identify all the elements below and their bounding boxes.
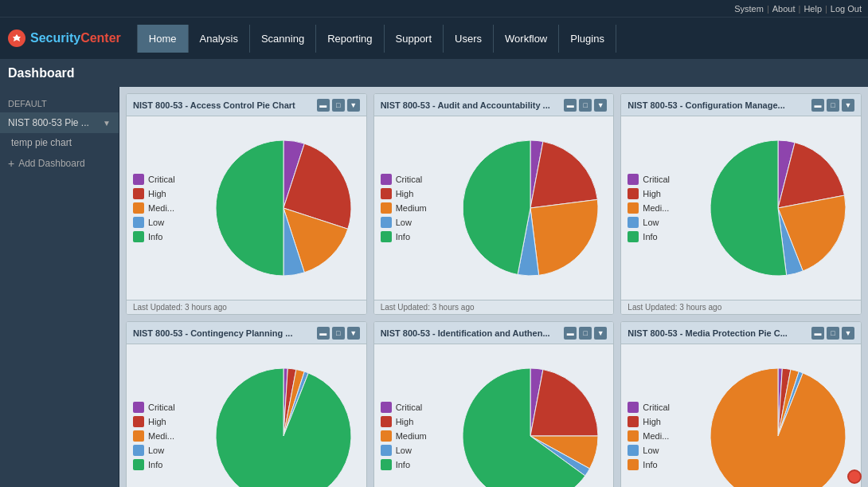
add-dashboard-button[interactable]: + Add Dashboard — [0, 152, 119, 175]
chart-menu-icon[interactable]: ▼ — [347, 99, 360, 112]
about-link[interactable]: About — [772, 4, 796, 14]
chart-title: NIST 800-53 - Configuration Manage... — [628, 100, 808, 110]
top-bar: System | About | Help | Log Out — [0, 0, 868, 18]
dashboard-grid: NIST 800-53 - Access Control Pie Chart ▬… — [126, 93, 862, 487]
chart-title: NIST 800-53 - Identification and Authen.… — [381, 328, 561, 338]
legend-color — [628, 416, 639, 427]
legend-label: Info — [148, 460, 162, 469]
legend-item: Low — [628, 217, 695, 228]
chart-canvas — [207, 136, 360, 280]
legend-label: Medium — [396, 431, 427, 441]
chart-card-1: NIST 800-53 - Audit and Accountability .… — [373, 93, 615, 315]
sidebar-item-temp-pie[interactable]: temp pie chart — [0, 133, 119, 152]
chart-expand-icon[interactable]: □ — [579, 327, 592, 340]
sidebar-item-nist-pie[interactable]: NIST 800-53 Pie ... ▼ — [0, 112, 119, 133]
help-link[interactable]: Help — [803, 4, 822, 14]
legend-color — [381, 188, 392, 199]
chart-bar-icon[interactable]: ▬ — [317, 99, 330, 112]
legend-color — [381, 445, 392, 456]
legend-item: Medium — [381, 430, 448, 442]
legend-color — [628, 459, 639, 470]
nav-plugins[interactable]: Plugins — [559, 25, 616, 53]
nav-workflow[interactable]: Workflow — [494, 25, 559, 53]
system-link[interactable]: System — [734, 4, 764, 14]
legend-item: Critical — [628, 174, 695, 185]
dropdown-arrow-icon: ▼ — [103, 119, 111, 128]
legend-item: High — [133, 416, 201, 427]
legend-label: Medi... — [643, 203, 669, 213]
legend-label: Medi... — [148, 203, 174, 213]
legend-color — [381, 459, 392, 470]
nav-support[interactable]: Support — [385, 25, 444, 53]
legend-item: Medi... — [133, 430, 201, 442]
chart-menu-icon[interactable]: ▼ — [594, 327, 607, 340]
legend-label: Critical — [148, 175, 175, 184]
sidebar-section-title: Default — [0, 95, 119, 112]
chart-bar-icon[interactable]: ▬ — [811, 99, 824, 112]
legend-item: Info — [381, 231, 448, 242]
legend-label: High — [396, 189, 414, 198]
chart-expand-icon[interactable]: □ — [332, 327, 345, 340]
legend-item: Info — [628, 459, 695, 470]
chart-expand-icon[interactable]: □ — [579, 99, 592, 112]
nav-analysis[interactable]: Analysis — [189, 25, 250, 53]
legend-color — [381, 174, 392, 185]
pie-chart — [706, 364, 850, 487]
status-bar — [841, 466, 868, 487]
legend-color — [381, 202, 392, 214]
page-title-bar: Dashboard — [0, 59, 868, 87]
chart-card-header: NIST 800-53 - Media Protection Pie C... … — [621, 322, 861, 344]
chart-expand-icon[interactable]: □ — [332, 99, 345, 112]
legend-item: High — [381, 416, 448, 427]
chart-bar-icon[interactable]: ▬ — [564, 99, 577, 112]
legend-item: Critical — [381, 402, 448, 413]
chart-menu-icon[interactable]: ▼ — [842, 327, 854, 340]
legend-color — [628, 402, 639, 413]
chart-legend: Critical High Medi... Low Info — [628, 402, 695, 470]
sidebar-item-label: NIST 800-53 Pie ... — [8, 117, 89, 128]
logo-text: Security — [30, 31, 80, 45]
legend-label: Critical — [643, 175, 670, 184]
legend-item: Info — [133, 231, 201, 242]
chart-menu-icon[interactable]: ▼ — [347, 327, 360, 340]
legend-item: High — [381, 188, 448, 199]
legend-label: Medium — [396, 203, 427, 213]
chart-card-2: NIST 800-53 - Configuration Manage... ▬ … — [620, 93, 862, 315]
legend-label: Low — [643, 446, 659, 455]
add-dashboard-label: Add Dashboard — [18, 158, 84, 169]
chart-card-header: NIST 800-53 - Identification and Authen.… — [374, 322, 614, 344]
pie-chart — [706, 136, 850, 280]
main-layout: Default NIST 800-53 Pie ... ▼ temp pie c… — [0, 87, 868, 487]
legend-item: Critical — [133, 402, 201, 413]
chart-title: NIST 800-53 - Contingency Planning ... — [133, 328, 314, 338]
legend-label: Critical — [148, 403, 175, 412]
chart-bar-icon[interactable]: ▬ — [317, 327, 330, 340]
legend-label: High — [643, 189, 661, 198]
legend-color — [628, 188, 639, 199]
nav-home[interactable]: Home — [137, 25, 189, 53]
logo-center: Center — [80, 31, 121, 45]
nav-users[interactable]: Users — [444, 25, 494, 53]
legend-item: Critical — [133, 174, 201, 185]
nav-reporting[interactable]: Reporting — [316, 25, 384, 53]
pie-chart — [459, 364, 602, 487]
legend-item: Critical — [628, 402, 695, 413]
chart-footer: Last Updated: 3 hours ago — [374, 300, 614, 314]
chart-legend: Critical High Medi... Low Info — [628, 174, 695, 242]
chart-legend: Critical High Medi... Low Info — [133, 402, 201, 470]
chart-menu-icon[interactable]: ▼ — [594, 99, 607, 112]
chart-body: Critical High Medi... Low Info — [127, 116, 366, 300]
chart-bar-icon[interactable]: ▬ — [564, 327, 577, 340]
chart-expand-icon[interactable]: □ — [827, 99, 839, 112]
legend-color — [133, 174, 144, 185]
chart-menu-icon[interactable]: ▼ — [842, 99, 854, 112]
chart-title: NIST 800-53 - Media Protection Pie C... — [628, 328, 808, 338]
chart-canvas — [702, 364, 854, 487]
chart-bar-icon[interactable]: ▬ — [811, 327, 824, 340]
nav-scanning[interactable]: Scanning — [250, 25, 316, 53]
chart-expand-icon[interactable]: □ — [827, 327, 839, 340]
logout-link[interactable]: Log Out — [831, 4, 862, 14]
legend-color — [133, 188, 144, 199]
legend-label: Critical — [643, 403, 670, 412]
legend-color — [628, 202, 639, 214]
